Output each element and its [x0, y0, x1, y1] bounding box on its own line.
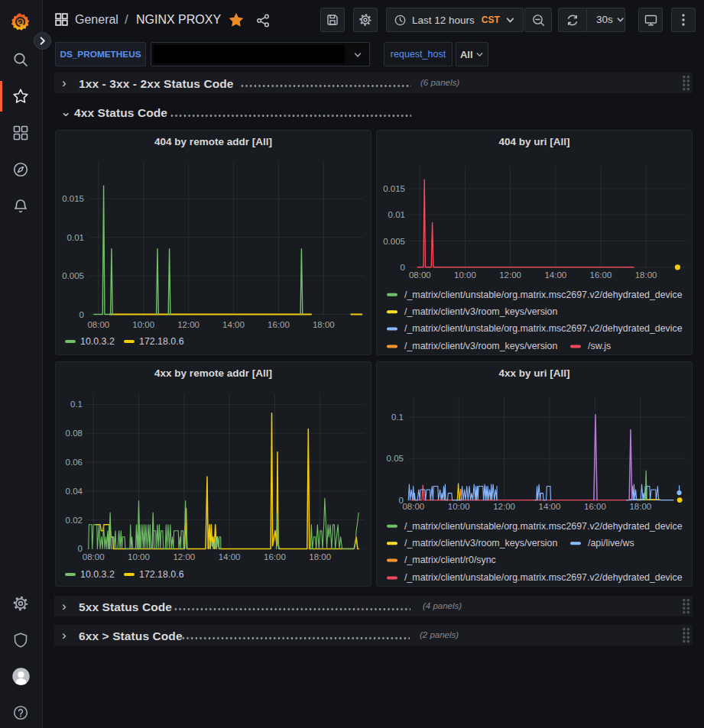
svg-text:0.02: 0.02 — [66, 516, 83, 525]
svg-text:/_matrix/client/v3/room_keys/v: /_matrix/client/v3/room_keys/version — [404, 341, 557, 351]
svg-text:/_matrix/client/unstable/org.m: /_matrix/client/unstable/org.matrix.msc2… — [404, 521, 683, 532]
svg-text:18:00: 18:00 — [635, 270, 657, 280]
svg-text:10:00: 10:00 — [132, 320, 154, 329]
svg-text:0.08: 0.08 — [66, 429, 83, 438]
svg-text:10:00: 10:00 — [128, 552, 150, 561]
svg-text:18:00: 18:00 — [313, 320, 335, 329]
svg-text:08:00: 08:00 — [87, 320, 109, 329]
svg-text:/_matrix/client/v3/room_keys/v: /_matrix/client/v3/room_keys/version — [404, 306, 557, 317]
svg-text:08:00: 08:00 — [409, 270, 431, 280]
svg-text:0.01: 0.01 — [388, 210, 405, 219]
svg-text:0: 0 — [78, 544, 83, 553]
svg-text:0.1: 0.1 — [70, 400, 83, 409]
svg-text:/_matrix/client/v3/room_keys/v: /_matrix/client/v3/room_keys/version — [404, 538, 557, 548]
svg-text:12:00: 12:00 — [499, 270, 521, 280]
svg-text:0.005: 0.005 — [383, 237, 405, 246]
svg-text:0.1: 0.1 — [391, 413, 404, 422]
svg-text:0.005: 0.005 — [62, 271, 84, 280]
svg-text:10:00: 10:00 — [454, 270, 476, 280]
svg-text:0.015: 0.015 — [383, 184, 405, 193]
svg-text:/_matrix/client/unstable/org.m: /_matrix/client/unstable/org.matrix.msc2… — [404, 323, 683, 334]
svg-text:0: 0 — [401, 263, 405, 272]
svg-text:10:00: 10:00 — [448, 502, 470, 511]
svg-text:08:00: 08:00 — [402, 502, 424, 511]
svg-text:14:00: 14:00 — [539, 502, 561, 511]
svg-text:08:00: 08:00 — [83, 552, 105, 561]
svg-text:12:00: 12:00 — [177, 320, 200, 329]
svg-text:16:00: 16:00 — [590, 270, 612, 280]
svg-text:16:00: 16:00 — [268, 320, 290, 329]
svg-text:0.04: 0.04 — [66, 487, 83, 496]
svg-text:18:00: 18:00 — [629, 502, 651, 511]
svg-text:16:00: 16:00 — [584, 502, 606, 511]
svg-text:10.0.3.2: 10.0.3.2 — [80, 569, 115, 580]
svg-text:12:00: 12:00 — [173, 552, 195, 561]
svg-text:16:00: 16:00 — [264, 552, 286, 561]
svg-text:0: 0 — [399, 496, 404, 505]
svg-text:/api/live/ws: /api/live/ws — [588, 538, 634, 548]
svg-text:0.05: 0.05 — [387, 454, 404, 463]
svg-text:14:00: 14:00 — [222, 320, 245, 329]
svg-text:14:00: 14:00 — [544, 270, 566, 280]
svg-text:0: 0 — [79, 310, 84, 319]
svg-text:/_matrix/client/unstable/org.m: /_matrix/client/unstable/org.matrix.msc2… — [404, 572, 683, 583]
svg-text:18:00: 18:00 — [309, 552, 331, 561]
svg-text:14:00: 14:00 — [219, 552, 241, 561]
svg-text:10.0.3.2: 10.0.3.2 — [80, 336, 115, 347]
svg-text:/sw.js: /sw.js — [588, 341, 611, 351]
svg-text:/_matrix/client/unstable/org.m: /_matrix/client/unstable/org.matrix.msc2… — [404, 290, 683, 300]
svg-text:172.18.0.6: 172.18.0.6 — [139, 569, 184, 580]
svg-text:0.06: 0.06 — [66, 458, 83, 467]
svg-text:/_matrix/client/r0/sync: /_matrix/client/r0/sync — [404, 555, 496, 565]
svg-text:12:00: 12:00 — [493, 502, 515, 511]
svg-text:172.18.0.6: 172.18.0.6 — [139, 336, 184, 347]
svg-text:0.015: 0.015 — [62, 194, 84, 203]
svg-text:0.01: 0.01 — [67, 233, 84, 242]
